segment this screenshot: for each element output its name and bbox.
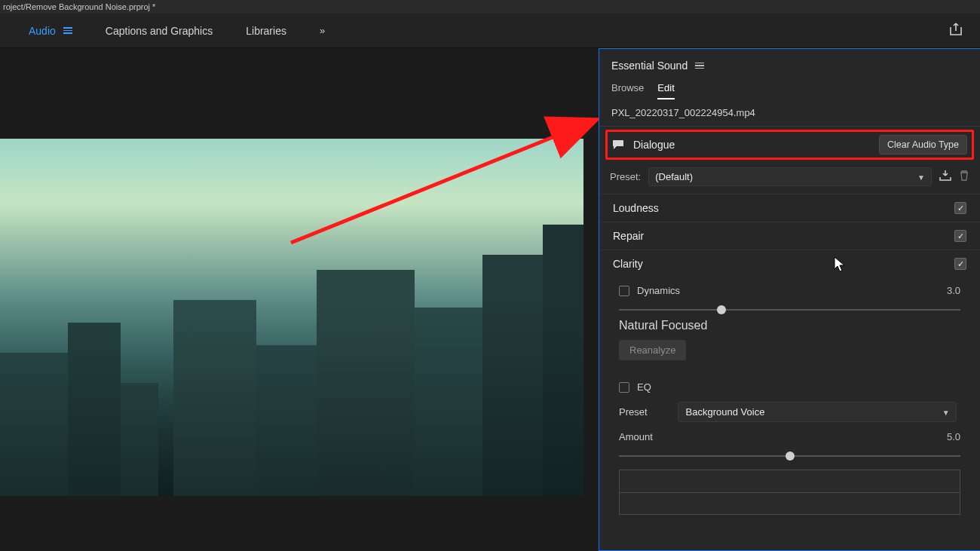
eq-label: EQ <box>637 381 651 393</box>
section-label: Repair <box>613 230 644 242</box>
chevron-down-icon: ▼ <box>917 173 925 181</box>
clear-audio-type-button[interactable]: Clear Audio Type <box>879 135 967 155</box>
preset-value: (Default) <box>655 171 693 182</box>
tab-edit[interactable]: Edit <box>657 82 674 99</box>
panel-menu-icon[interactable] <box>695 63 704 69</box>
eq-preset-dropdown[interactable]: Background Voice ▼ <box>678 402 957 422</box>
audio-type-label: Dialogue <box>633 139 870 151</box>
section-label: Loudness <box>613 202 659 214</box>
window-titlebar: roject/Remove Background Noise.prproj * <box>0 0 980 14</box>
workspace-tab-captions[interactable]: Captions and Graphics <box>106 25 213 37</box>
workspace-tab-audio[interactable]: Audio <box>29 25 72 37</box>
preset-dropdown[interactable]: (Default) ▼ <box>648 167 932 186</box>
essential-sound-panel: Essential Sound Browse Edit PXL_20220317… <box>599 48 980 551</box>
program-monitor-panel <box>0 48 599 551</box>
eq-graph <box>619 470 960 515</box>
workspace-tab-label: Libraries <box>246 25 286 37</box>
dynamics-checkbox[interactable] <box>619 286 629 296</box>
dialogue-icon <box>612 139 624 150</box>
dynamics-min-label: Natural <box>619 319 658 332</box>
loudness-checkbox[interactable] <box>954 202 966 214</box>
dynamics-max-label: Focused <box>661 319 707 332</box>
workspace-tab-label: Captions and Graphics <box>106 25 213 37</box>
hamburger-icon <box>63 27 72 34</box>
workspace-tab-libraries[interactable]: Libraries <box>246 25 286 37</box>
selected-clip-name: PXL_20220317_002224954.mp4 <box>599 99 980 127</box>
audio-type-row: Dialogue Clear Audio Type <box>605 130 974 160</box>
eq-preset-label: Preset <box>619 406 648 418</box>
dynamics-slider[interactable] <box>619 304 960 316</box>
clarity-checkbox[interactable] <box>954 258 966 270</box>
workspace-tab-label: Audio <box>29 25 56 37</box>
panel-title: Essential Sound <box>611 60 688 72</box>
section-loudness[interactable]: Loudness <box>599 194 980 222</box>
dynamics-value: 3.0 <box>947 285 960 296</box>
delete-preset-icon[interactable] <box>959 170 969 183</box>
workspace-overflow-button[interactable]: » <box>320 25 325 36</box>
section-repair[interactable]: Repair <box>599 222 980 249</box>
tab-browse[interactable]: Browse <box>611 82 644 99</box>
section-label: Clarity <box>613 258 643 270</box>
eq-amount-value: 5.0 <box>947 431 960 442</box>
workspace-tab-strip: Audio Captions and Graphics Libraries » <box>0 14 980 48</box>
preset-label: Preset: <box>610 171 641 182</box>
eq-preset-value: Background Voice <box>686 406 765 418</box>
chevron-down-icon: ▼ <box>942 408 950 416</box>
section-clarity[interactable]: Clarity <box>599 249 980 277</box>
save-preset-icon[interactable] <box>939 170 951 183</box>
video-preview <box>0 139 583 496</box>
dynamics-label: Dynamics <box>637 285 680 296</box>
export-icon[interactable] <box>948 23 963 39</box>
eq-checkbox[interactable] <box>619 382 629 393</box>
repair-checkbox[interactable] <box>954 230 966 242</box>
eq-amount-slider[interactable] <box>619 450 960 462</box>
eq-amount-label: Amount <box>619 431 653 442</box>
reanalyze-button: Reanalyze <box>619 340 686 360</box>
